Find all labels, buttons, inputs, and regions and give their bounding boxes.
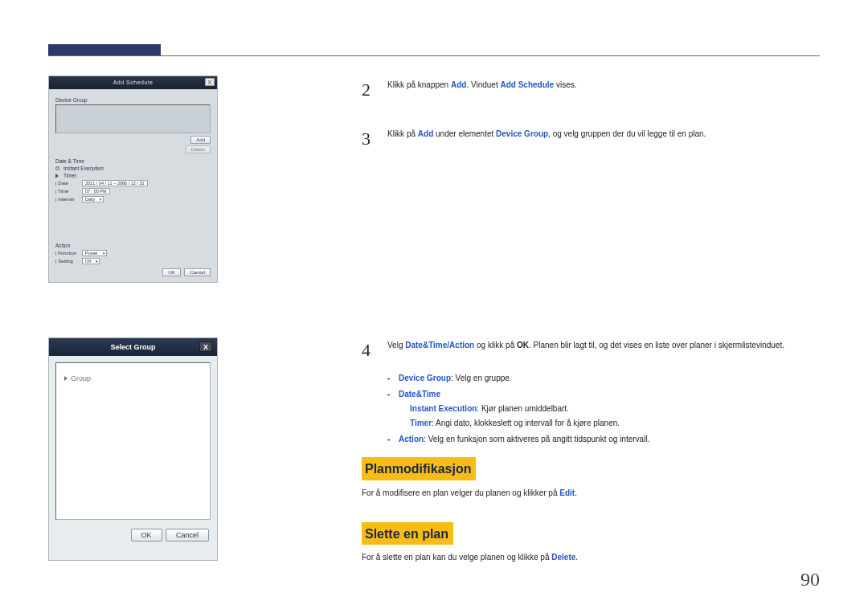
cancel-button[interactable]: Cancel	[184, 268, 211, 276]
modify-paragraph: For å modifisere en plan velger du plane…	[362, 487, 820, 500]
setting-label: | Setting	[55, 259, 80, 264]
timer-label: Timer	[63, 173, 76, 178]
header-rule	[48, 55, 820, 56]
step-text: Klikk på Add under elementet Device Grou…	[387, 125, 820, 153]
device-group-label: Device Group	[55, 97, 211, 103]
action-label: Action	[55, 243, 211, 248]
function-select[interactable]: Power	[82, 250, 107, 256]
step-number: 3	[362, 125, 373, 153]
function-label: | Function	[55, 251, 80, 255]
cancel-button[interactable]: Cancel	[166, 529, 209, 541]
step-3: 3 Klikk på Add under elementet Device Gr…	[362, 125, 820, 153]
page-number: 90	[800, 569, 820, 591]
ok-button[interactable]: OK	[162, 268, 181, 276]
dialog-titlebar: Add Schedule X	[49, 76, 217, 89]
dialog-titlebar: Select Group X	[49, 338, 217, 356]
list-item: Timer: Angi dato, klokkeslett og interva…	[399, 417, 820, 430]
close-icon[interactable]: X	[199, 341, 212, 352]
interval-label: | Interval	[55, 197, 80, 202]
add-schedule-dialog: Add Schedule X Device Group Add Delete D…	[48, 76, 218, 283]
list-item: Instant Execution: Kjør planen umiddelba…	[399, 403, 820, 415]
expand-icon[interactable]	[55, 174, 59, 178]
time-field[interactable]: 07 : 00 PM	[82, 188, 110, 194]
select-group-dialog: Select Group X Group OK Cancel	[48, 337, 218, 561]
list-item: Action: Velg en funksjon som aktiveres p…	[387, 433, 820, 446]
tree-root-label: Group	[71, 374, 91, 382]
tree-expand-icon[interactable]	[64, 376, 68, 381]
dialog-title: Select Group	[110, 343, 155, 351]
device-group-listbox[interactable]	[55, 104, 211, 133]
instruction-text-top: 2 Klikk på knappen Add. Vinduet Add Sche…	[362, 76, 820, 174]
datetime-label: Date & Time	[55, 158, 211, 164]
interval-select[interactable]: Daily	[82, 196, 104, 202]
radio-icon[interactable]	[55, 166, 59, 170]
time-label: | Time	[55, 189, 80, 194]
close-icon[interactable]: X	[205, 78, 215, 86]
setting-select[interactable]: Off	[82, 258, 100, 264]
step-text: Velg Date&Time/Action og klikk på OK. Pl…	[387, 336, 820, 364]
group-tree[interactable]: Group	[55, 362, 211, 520]
delete-paragraph: For å slette en plan kan du velge planen…	[362, 551, 820, 564]
instruction-text-bottom: 4 Velg Date&Time/Action og klikk på OK. …	[362, 336, 820, 578]
step-number: 4	[362, 336, 373, 364]
delete-button[interactable]: Delete	[186, 145, 211, 153]
step-text: Klikk på knappen Add. Vinduet Add Schedu…	[387, 76, 820, 104]
list-item: Device Group: Velg en gruppe.	[387, 372, 820, 385]
step-2: 2 Klikk på knappen Add. Vinduet Add Sche…	[362, 76, 820, 104]
nested-list: Instant Execution: Kjør planen umiddelba…	[399, 403, 820, 430]
step-number: 2	[362, 76, 373, 104]
add-button[interactable]: Add	[190, 136, 211, 144]
date-label: | Date	[55, 181, 80, 186]
step-4: 4 Velg Date&Time/Action og klikk på OK. …	[362, 336, 820, 364]
date-field[interactable]: 2011 / 04 / 11 ~ 2086 / 12 / 31	[82, 180, 148, 186]
chapter-tab	[48, 44, 161, 55]
ok-button[interactable]: OK	[131, 529, 162, 541]
heading-planmodifikasjon: Planmodifikasjon	[362, 457, 476, 480]
list-item: Date&Time Instant Execution: Kjør planen…	[387, 388, 820, 430]
dialog-title: Add Schedule	[113, 80, 154, 85]
instant-execution-label: Instant Execution	[63, 166, 104, 171]
step-4-sublist: Device Group: Velg en gruppe. Date&Time …	[387, 372, 820, 446]
heading-slette-en-plan: Slette en plan	[362, 522, 453, 546]
